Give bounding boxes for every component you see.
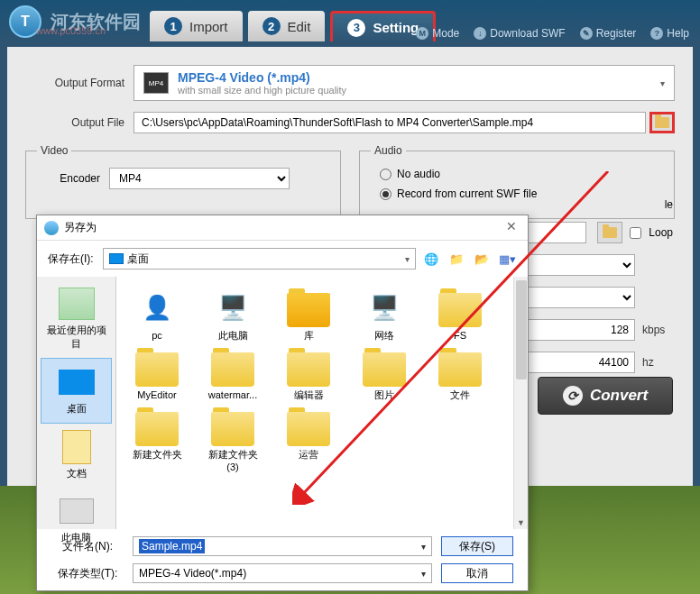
samplerate-unit: hz	[642, 356, 673, 369]
output-format-select[interactable]: MP4 MPEG-4 Video (*.mp4) with small size…	[134, 65, 675, 101]
file-item-watermark[interactable]: watermar...	[203, 347, 262, 401]
user-icon: 👤	[135, 288, 179, 327]
radio-noaudio[interactable]: No audio	[380, 168, 663, 180]
save-in-label: 保存在(I):	[48, 251, 94, 267]
file-item-pics[interactable]: 图片	[355, 347, 414, 401]
step-num-3: 3	[347, 19, 365, 37]
loop-label: Loop	[649, 226, 673, 239]
recent-icon	[59, 288, 95, 320]
file-item-myeditor[interactable]: MyEditor	[127, 347, 187, 401]
sidebar-desktop[interactable]: 桌面	[41, 358, 112, 424]
sidebar-docs[interactable]: 文档	[41, 424, 112, 488]
audio-legend: Audio	[371, 144, 406, 157]
file-item-files[interactable]: 文件	[430, 347, 490, 401]
watermark: www.pc0359.cn	[36, 25, 106, 36]
file-item-fs[interactable]: FS	[430, 288, 490, 342]
save-dialog: 另存为 ✕ 保存在(I): 桌面 ▾ 🌐 📁 📂 ▦▾ 最近使用的项目 桌面 文…	[36, 215, 529, 591]
folder-icon	[211, 347, 254, 387]
folder-icon	[438, 288, 482, 327]
download-icon: ↓	[474, 27, 486, 40]
folder-icon	[287, 407, 330, 446]
format-subtitle: with small size and high picture quality	[178, 85, 346, 96]
folder-icon	[655, 117, 669, 128]
menu-help[interactable]: ?Help	[650, 27, 689, 40]
dialog-title: 另存为	[64, 220, 502, 235]
desktop-icon	[59, 366, 95, 398]
back-button[interactable]: 🌐	[421, 249, 441, 269]
desktop-icon	[109, 253, 124, 264]
chevron-down-icon: ▾	[405, 254, 410, 264]
view-button[interactable]: ▦▾	[497, 249, 517, 269]
file-item-newfolder3[interactable]: 新建文件夹 (3)	[203, 407, 262, 472]
encoder-label: Encoder	[37, 172, 109, 185]
menu-mode[interactable]: MMode	[416, 27, 459, 40]
convert-button[interactable]: ⟳ Convert	[538, 377, 673, 415]
step-num-2: 2	[262, 17, 281, 35]
mode-icon: M	[416, 27, 428, 40]
chevron-down-icon: ▾	[421, 542, 426, 552]
chevron-down-icon: ▾	[660, 78, 665, 88]
file-item-library[interactable]: 库	[279, 288, 338, 342]
folder-icon	[438, 347, 482, 387]
topbar: T 河东软件园 www.pc0359.cn 1 Import 2 Edit 3 …	[0, 0, 700, 43]
filetype-select[interactable]: MPEG-4 Video(*.mp4) ▾	[133, 563, 432, 583]
file-item-pc[interactable]: 👤pc	[127, 288, 187, 342]
scroll-down-icon: ▼	[517, 518, 525, 527]
dialog-bottom: 文件名(N): Sample.mp4 ▾ 保存(S) 保存类型(T): MPEG…	[37, 529, 528, 594]
folder-icon	[135, 407, 179, 446]
radio-checked-icon	[380, 188, 391, 200]
up-button[interactable]: 📁	[447, 249, 466, 269]
filetype-label: 保存类型(T):	[51, 566, 124, 581]
encoder-select[interactable]: MP4	[109, 168, 290, 189]
dialog-sidebar: 最近使用的项目 桌面 文档 此电脑	[37, 277, 116, 529]
scrollbar[interactable]: ▲ ▼	[513, 277, 528, 529]
location-dropdown[interactable]: 桌面 ▾	[103, 248, 416, 270]
docs-icon	[59, 431, 95, 463]
step-num-1: 1	[164, 17, 182, 35]
tab-import-label: Import	[189, 19, 228, 34]
video-fieldset: Video Encoder MP4	[25, 144, 341, 219]
convert-icon: ⟳	[563, 386, 583, 406]
file-item-yunying[interactable]: 运营	[279, 407, 338, 472]
tab-import[interactable]: 1 Import	[150, 11, 243, 41]
file-suffix: le	[665, 198, 673, 211]
browse-audio-button[interactable]	[597, 222, 622, 243]
output-file-input[interactable]	[134, 112, 646, 133]
browse-output-button[interactable]	[649, 112, 675, 133]
library-icon	[287, 288, 330, 327]
menu-register[interactable]: ✎Register	[580, 27, 637, 40]
close-button[interactable]: ✕	[502, 219, 520, 237]
sidebar-recent[interactable]: 最近使用的项目	[41, 280, 112, 358]
menu-download[interactable]: ↓Download SWF	[474, 27, 565, 40]
new-folder-button[interactable]: 📂	[472, 249, 492, 269]
format-title: MPEG-4 Video (*.mp4)	[178, 70, 346, 85]
samplerate-input[interactable]	[518, 352, 635, 373]
folder-icon	[603, 227, 617, 238]
network-icon: 🖥️	[363, 288, 406, 327]
dialog-toolbar: 保存在(I): 桌面 ▾ 🌐 📁 📂 ▦▾	[37, 241, 528, 277]
video-legend: Video	[37, 144, 71, 157]
file-item-network[interactable]: 🖥️网络	[355, 288, 414, 342]
chevron-down-icon: ▾	[421, 569, 426, 579]
tab-edit[interactable]: 2 Edit	[248, 11, 326, 41]
tab-edit-label: Edit	[288, 19, 311, 34]
pc-icon: 🖥️	[211, 288, 254, 327]
bitrate-input[interactable]	[518, 319, 635, 341]
filename-input[interactable]: Sample.mp4 ▾	[133, 536, 432, 556]
dialog-titlebar: 另存为 ✕	[37, 215, 528, 241]
tab-setting-label: Setting	[373, 20, 419, 35]
file-list: 👤pc 🖥️此电脑 库 🖥️网络 FS MyEditor watermar...…	[116, 277, 513, 529]
file-item-thispc[interactable]: 🖥️此电脑	[203, 288, 262, 342]
file-item-editor[interactable]: 编辑器	[279, 347, 338, 401]
bitrate-unit: kbps	[642, 324, 673, 336]
scroll-thumb[interactable]	[516, 280, 527, 379]
folder-icon	[135, 347, 179, 387]
format-badge-icon: MP4	[143, 72, 169, 94]
thispc-icon	[59, 495, 95, 527]
file-item-newfolder[interactable]: 新建文件夹	[127, 407, 187, 472]
loop-checkbox[interactable]	[630, 227, 641, 239]
cancel-button[interactable]: 取消	[441, 563, 513, 583]
folder-icon	[211, 407, 254, 446]
save-button[interactable]: 保存(S)	[441, 536, 513, 556]
output-file-label: Output File	[25, 116, 134, 129]
